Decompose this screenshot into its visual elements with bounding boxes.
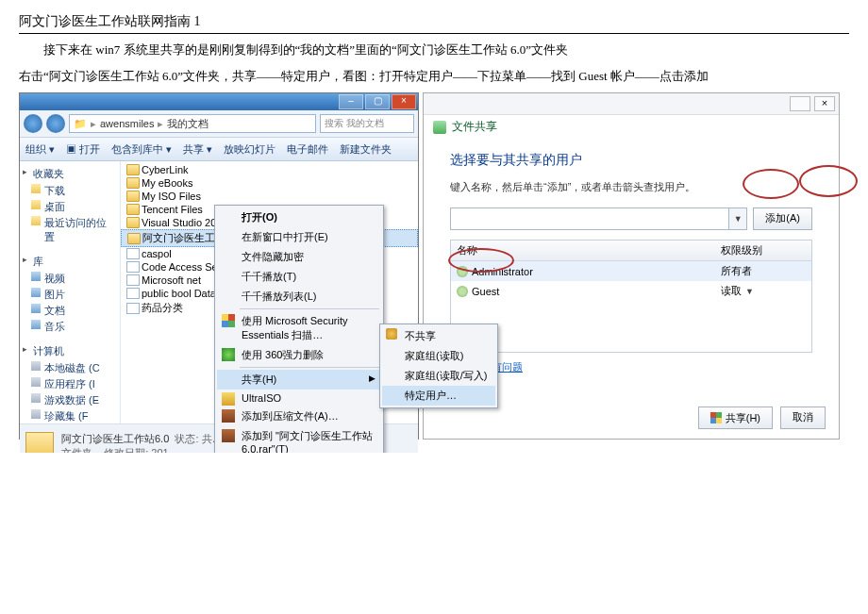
user-icon: [457, 286, 468, 297]
nav-item[interactable]: 下载: [20, 183, 120, 199]
share-icon: [433, 121, 446, 134]
dlg-max-button[interactable]: [790, 96, 810, 111]
file-icon: [126, 248, 140, 259]
nav-item-icon: [31, 184, 41, 193]
chevron-down-icon[interactable]: ▼: [728, 208, 746, 229]
dialog-header: 文件共享: [424, 115, 839, 139]
cmdbar-item[interactable]: 新建文件夹: [340, 142, 392, 157]
nav-item[interactable]: 图片: [20, 287, 120, 303]
share-button-label: 共享(H): [726, 408, 760, 427]
nav-item[interactable]: 音乐: [20, 319, 120, 335]
menu-item[interactable]: UltraISO: [217, 390, 381, 407]
submenu-item[interactable]: 不共享: [382, 326, 495, 346]
user-row[interactable]: Administrator所有者: [451, 261, 811, 281]
file-item[interactable]: CyberLink: [121, 163, 418, 176]
folder-icon: [126, 191, 140, 202]
folder-icon: 📁: [74, 118, 87, 130]
cancel-button[interactable]: 取消: [780, 407, 826, 429]
nav-item[interactable]: 游戏数据 (E: [20, 392, 120, 408]
file-item[interactable]: My eBooks: [121, 176, 418, 190]
address-bar: 📁 ▸ awensmiles ▸ 我的文档 搜索 我的文档: [20, 110, 418, 138]
menu-separator: [240, 367, 379, 368]
add-button[interactable]: 添加(A): [753, 207, 812, 230]
submenu-item[interactable]: 特定用户…: [382, 386, 495, 406]
col-perm: 权限级别: [715, 241, 811, 260]
submenu-item[interactable]: 家庭组(读取): [382, 346, 495, 366]
status-thumb-icon: [25, 432, 54, 453]
nav-item[interactable]: 文档: [20, 303, 120, 319]
cmdbar-item[interactable]: 电子邮件: [287, 142, 328, 157]
doc-title: 阿文门诊医生工作站联网指南 1: [19, 13, 849, 34]
nav-item-icon: [31, 304, 41, 313]
min-button[interactable]: –: [339, 94, 363, 109]
nav-item[interactable]: 视频: [20, 271, 120, 287]
shield-icon: [222, 314, 235, 327]
dialog-titlebar: ×: [424, 93, 839, 115]
share-submenu: 不共享家庭组(读取)家庭组(读取/写入)特定用户…: [379, 324, 498, 408]
command-bar: 组织 ▾▣ 打开包含到库中 ▾共享 ▾放映幻灯片电子邮件新建文件夹: [20, 138, 418, 161]
doc-line2: 右击“阿文门诊医生工作站 6.0”文件夹，共享——特定用户，看图：打开特定用户—…: [19, 66, 849, 87]
max-button[interactable]: ▢: [365, 94, 390, 109]
nav-computer-hdr[interactable]: 计算机: [20, 342, 120, 360]
nav-item[interactable]: 应用程序 (I: [20, 376, 120, 392]
share-button[interactable]: 共享(H): [698, 407, 773, 429]
menu-item[interactable]: 使用 Microsoft Security Essentials 扫描…: [217, 311, 381, 345]
cmdbar-item[interactable]: 放映幻灯片: [224, 142, 275, 157]
back-button[interactable]: [24, 114, 42, 133]
nav-favorites-hdr[interactable]: 收藏夹: [20, 165, 120, 183]
nav-item-icon: [31, 361, 41, 371]
nav-item-icon: [31, 409, 41, 419]
folder-icon: [126, 177, 140, 189]
nav-item-icon: [31, 377, 41, 387]
menu-item[interactable]: 在新窗口中打开(E): [217, 227, 381, 247]
nav-item-icon: [31, 288, 41, 297]
nav-item[interactable]: 珍藏集 (F: [20, 408, 120, 423]
path-seg1[interactable]: awensmiles: [100, 118, 154, 129]
user-permission[interactable]: 读取▼: [715, 281, 811, 301]
menu-item[interactable]: 千千播放列表(L): [217, 287, 381, 307]
folder-icon: [126, 204, 140, 215]
search-input[interactable]: 搜索 我的文档: [320, 114, 414, 133]
user-list: 名称 权限级别 Administrator所有者Guest读取▼: [450, 240, 812, 353]
address-field[interactable]: 📁 ▸ awensmiles ▸ 我的文档: [69, 114, 316, 133]
nav-item-icon: [31, 200, 41, 209]
dialog-subtitle: 键入名称，然后单击“添加”，或者单击箭头查找用户。: [450, 180, 812, 194]
360-icon: [222, 348, 235, 361]
cmdbar-item[interactable]: 共享 ▾: [183, 142, 212, 157]
status-type: 文件夹: [61, 447, 92, 453]
rar-icon: [222, 429, 235, 442]
menu-item[interactable]: 使用 360强力删除: [217, 345, 381, 365]
nav-item-icon: [31, 272, 41, 281]
menu-item[interactable]: 千千播放(T): [217, 267, 381, 287]
cmdbar-item[interactable]: 包含到库中 ▾: [111, 142, 172, 157]
menu-item[interactable]: 文件隐藏加密: [217, 247, 381, 267]
menu-item[interactable]: 共享(H)▶: [217, 370, 381, 390]
forward-button[interactable]: [46, 114, 65, 133]
nav-item[interactable]: 最近访问的位置: [20, 215, 120, 245]
menu-item[interactable]: 添加到压缩文件(A)…: [217, 407, 381, 426]
cmdbar-item[interactable]: ▣ 打开: [66, 142, 100, 157]
file-icon: [126, 261, 140, 273]
nav-item[interactable]: 桌面: [20, 199, 120, 215]
path-seg2[interactable]: 我的文档: [167, 117, 209, 131]
nav-item[interactable]: 本地磁盘 (C: [20, 360, 120, 376]
context-menu: 打开(O)在新窗口中打开(E)文件隐藏加密千千播放(T)千千播放列表(L)使用 …: [214, 205, 384, 453]
close-button[interactable]: ×: [392, 94, 416, 109]
user-combobox[interactable]: ▼: [450, 207, 747, 230]
file-icon: [126, 288, 140, 299]
menu-item[interactable]: 打开(O): [217, 207, 381, 227]
nav-libraries-hdr[interactable]: 库: [20, 253, 120, 271]
lock-icon: [386, 328, 397, 340]
menu-item[interactable]: 添加到 "阿文门诊医生工作站6.0.rar"(T): [217, 426, 381, 453]
nav-item-icon: [31, 216, 41, 225]
col-name: 名称: [451, 241, 715, 260]
submenu-item[interactable]: 家庭组(读取/写入): [382, 366, 495, 386]
user-permission: 所有者: [715, 261, 811, 281]
shield-icon: [710, 412, 722, 423]
explorer-titlebar: – ▢ ×: [20, 93, 418, 110]
file-item[interactable]: My ISO Files: [121, 190, 418, 203]
nav-item-icon: [31, 320, 41, 329]
dlg-close-button[interactable]: ×: [814, 96, 835, 111]
user-row[interactable]: Guest读取▼: [451, 281, 811, 301]
cmdbar-item[interactable]: 组织 ▾: [25, 142, 55, 157]
